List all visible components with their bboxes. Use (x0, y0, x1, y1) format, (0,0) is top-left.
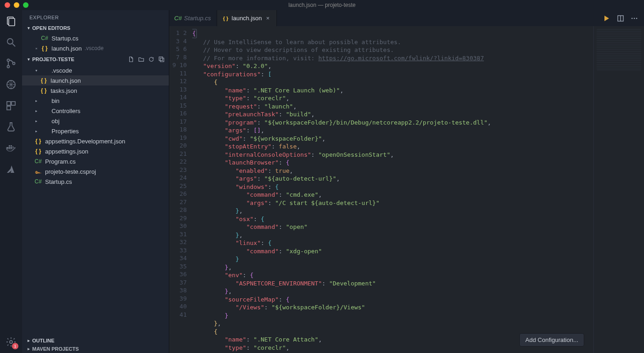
tree-item[interactable]: ▸Controllers (22, 106, 169, 116)
open-launch-config-icon[interactable] (603, 14, 611, 23)
project-tree: ▾.vscode{ }launch.json{ }tasks.json▸bin▸… (22, 64, 169, 188)
settings-badge: 1 (12, 343, 18, 349)
tree-item[interactable]: ▸Properties (22, 126, 169, 136)
minimize-window-button[interactable] (14, 2, 19, 8)
project-label: PROJETO-TESTE (32, 57, 74, 62)
editor-tab[interactable]: { }launch.json× (217, 10, 277, 26)
tree-item[interactable]: ▸bin (22, 96, 169, 106)
svg-rect-10 (7, 106, 11, 110)
more-actions-icon[interactable] (630, 14, 638, 23)
tree-item-label: Program.cs (45, 158, 75, 165)
folder-icon (40, 117, 49, 125)
new-folder-icon[interactable] (138, 56, 145, 63)
project-header[interactable]: ▾ PROJETO-TESTE (22, 54, 169, 64)
file-label: Startup.cs (52, 35, 79, 42)
editor-body[interactable]: 1 2 3 4 5 6 7 8 9 10 11 12 13 14 15 16 1… (169, 26, 644, 353)
editor-area: C#Startup.cs{ }launch.json× 1 2 3 4 5 6 … (169, 10, 644, 353)
main-area: 1 EXPLORER ▾ OPEN EDITORS C#Startup.cs×{… (0, 10, 644, 353)
open-editors-label: OPEN EDITORS (32, 25, 70, 31)
tree-item[interactable]: { }launch.json (22, 75, 169, 85)
source-control-activity-icon[interactable] (5, 57, 17, 70)
svg-point-5 (7, 66, 10, 68)
explorer-activity-icon[interactable] (5, 15, 17, 28)
svg-rect-15 (11, 145, 12, 147)
open-editors-list: C#Startup.cs×{ }launch.json.vscode (22, 32, 169, 54)
svg-point-23 (636, 17, 638, 19)
settings-gear-icon[interactable]: 1 (5, 336, 17, 348)
tree-item[interactable]: { }appsettings.json (22, 146, 169, 156)
file-path: .vscode (85, 45, 104, 51)
titlebar: launch.json — projeto-teste (0, 0, 644, 10)
json-file-icon: { } (34, 148, 42, 155)
svg-rect-8 (7, 102, 11, 105)
tree-item-label: launch.json (51, 77, 81, 84)
tab-label: launch.json (232, 15, 262, 22)
explorer-sidebar: EXPLORER ▾ OPEN EDITORS C#Startup.cs×{ }… (22, 10, 169, 353)
csharp-file-icon: C# (175, 15, 181, 22)
chevron-down-icon: ▾ (26, 26, 31, 30)
outline-label: OUTLINE (32, 338, 54, 343)
tabs-row: C#Startup.cs{ }launch.json× (169, 10, 644, 26)
tree-item[interactable]: { }tasks.json (22, 85, 169, 96)
editor-tab[interactable]: C#Startup.cs (169, 10, 217, 26)
project-section: ▾ PROJETO-TESTE ▾.vscode{ }launch.json{ … (22, 54, 169, 188)
folder-icon (40, 107, 49, 114)
svg-rect-18 (160, 58, 164, 62)
maven-header[interactable]: ▸ MAVEN PROJECTS (22, 345, 169, 353)
split-editor-icon[interactable] (616, 14, 625, 23)
tree-item-label: appsettings.json (45, 148, 88, 155)
chevron-icon: ▸ (34, 99, 39, 103)
maximize-window-button[interactable] (23, 2, 29, 8)
open-editors-section: ▾ OPEN EDITORS C#Startup.cs×{ }launch.js… (22, 24, 169, 54)
json-file-icon: { } (40, 45, 49, 52)
tab-label: Startup.cs (184, 15, 211, 22)
new-file-icon[interactable] (127, 56, 135, 63)
tree-item[interactable]: ๛projeto-teste.csproj (22, 166, 169, 176)
json-file-icon: { } (40, 87, 48, 94)
svg-point-22 (634, 17, 635, 19)
vscode-window: launch.json — projeto-teste (0, 0, 644, 353)
folder-icon (40, 127, 49, 135)
close-icon[interactable]: × (264, 15, 271, 22)
chevron-right-icon: ▸ (26, 347, 31, 351)
search-activity-icon[interactable] (5, 36, 17, 49)
svg-point-21 (632, 17, 633, 19)
tree-item-label: Startup.cs (45, 178, 72, 185)
azure-activity-icon[interactable] (5, 163, 17, 176)
tree-item[interactable]: ▸obj (22, 116, 169, 126)
tree-item-label: tasks.json (51, 87, 77, 94)
outline-header[interactable]: ▸ OUTLINE (22, 336, 169, 345)
add-configuration-button[interactable]: Add Configuration... (519, 333, 584, 347)
tree-item[interactable]: C#Program.cs (22, 156, 169, 166)
refresh-icon[interactable] (148, 56, 155, 63)
tree-item-label: Controllers (52, 108, 80, 114)
line-gutter: 1 2 3 4 5 6 7 8 9 10 11 12 13 14 15 16 1… (169, 26, 192, 353)
svg-point-4 (7, 59, 10, 62)
extensions-activity-icon[interactable] (5, 99, 17, 112)
svg-point-6 (13, 63, 15, 65)
test-activity-icon[interactable] (5, 120, 17, 133)
folder-icon (40, 67, 49, 74)
minimap[interactable] (593, 26, 644, 353)
svg-rect-17 (159, 57, 163, 61)
svg-rect-1 (9, 18, 15, 26)
tree-item[interactable]: { }appsettings.Development.json (22, 136, 169, 146)
file-label: launch.json (52, 45, 82, 52)
code-content[interactable]: { // Use IntelliSense to learn about pos… (192, 26, 593, 353)
debug-activity-icon[interactable] (5, 78, 17, 91)
close-icon[interactable]: × (34, 46, 39, 51)
close-window-button[interactable] (5, 2, 10, 8)
tree-item[interactable]: ▾.vscode (22, 65, 169, 75)
sidebar-title: EXPLORER (22, 10, 169, 24)
chevron-icon: ▸ (34, 129, 39, 133)
open-editor-item[interactable]: ×{ }launch.json.vscode (22, 43, 169, 53)
chevron-right-icon: ▸ (26, 338, 31, 343)
csharp-file-icon: C# (34, 178, 42, 185)
tree-item[interactable]: C#Startup.cs (22, 176, 169, 187)
open-editor-item[interactable]: C#Startup.cs (22, 33, 169, 43)
open-editors-header[interactable]: ▾ OPEN EDITORS (22, 24, 169, 32)
csharp-file-icon: C# (34, 158, 42, 165)
csharp-file-icon: C# (40, 34, 49, 42)
collapse-all-icon[interactable] (158, 56, 165, 63)
docker-activity-icon[interactable] (5, 142, 17, 154)
